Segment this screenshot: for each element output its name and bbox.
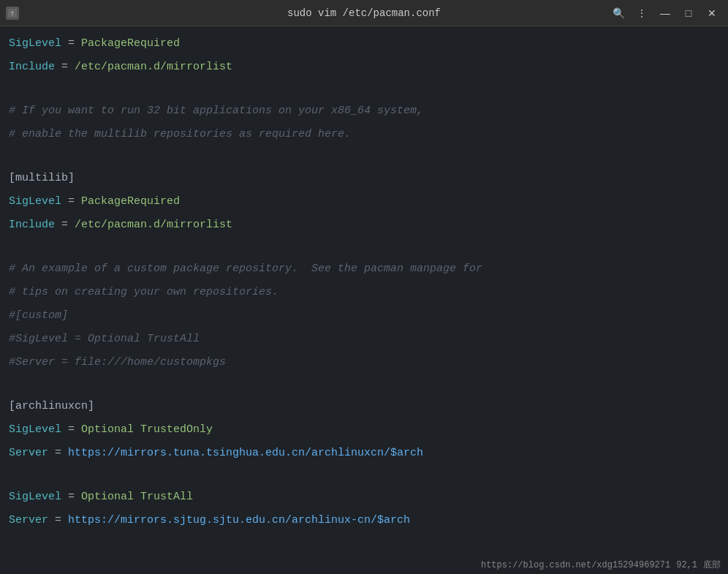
code-line: Server = https://mirrors.sjtug.sjtu.edu.… [0, 509, 728, 532]
code-line: Include = /etc/pacman.d/mirrorlist [0, 214, 728, 237]
code-line: [multilib] [0, 167, 728, 190]
title-bar-left: T [6, 7, 19, 20]
code-line: # If you want to run 32 bit applications… [0, 99, 728, 123]
editor-area: SigLevel = PackageRequiredInclude = /etc… [0, 26, 728, 574]
code-line: #[custom] [0, 304, 728, 328]
code-line: # tips on creating your own repositories… [0, 281, 728, 304]
empty-line [0, 146, 728, 167]
maximize-button[interactable]: □ [678, 4, 699, 22]
code-line: SigLevel = PackageRequired [0, 190, 728, 214]
empty-line [0, 79, 728, 99]
status-position: 92,1 [676, 560, 697, 570]
code-line: # enable the multilib repositories as re… [0, 123, 728, 146]
code-line: SigLevel = Optional TrustedOnly [0, 418, 728, 442]
menu-button[interactable]: ⋮ [632, 4, 652, 22]
app-icon: T [6, 7, 19, 20]
code-line: #SigLevel = Optional TrustAll [0, 328, 728, 351]
code-line: SigLevel = PackageRequired [0, 32, 728, 56]
code-line: Server = https://mirrors.tuna.tsinghua.e… [0, 442, 728, 465]
code-line: SigLevel = Optional TrustAll [0, 486, 728, 509]
title-bar-controls: 🔍 ⋮ — □ ✕ [608, 4, 722, 22]
title-bar: T sudo vim /etc/pacman.conf 🔍 ⋮ — □ ✕ [0, 0, 728, 26]
empty-line [0, 465, 728, 486]
code-line: Include = /etc/pacman.d/mirrorlist [0, 56, 728, 79]
status-mode: 底部 [703, 559, 721, 571]
code-line: #Server = file:///home/custompkgs [0, 351, 728, 374]
search-button[interactable]: 🔍 [608, 4, 629, 22]
close-button[interactable]: ✕ [702, 4, 722, 22]
code-line: [archlinuxcn] [0, 395, 728, 418]
status-bar: https://blog.csdn.net/xdg15294969271 92,… [474, 556, 728, 574]
window-title: sudo vim /etc/pacman.conf [287, 7, 441, 19]
empty-line [0, 237, 728, 257]
minimize-button[interactable]: — [655, 4, 675, 22]
svg-text:T: T [11, 10, 15, 17]
status-url: https://blog.csdn.net/xdg15294969271 [481, 560, 670, 570]
code-line: # An example of a custom package reposit… [0, 257, 728, 281]
empty-line [0, 374, 728, 395]
